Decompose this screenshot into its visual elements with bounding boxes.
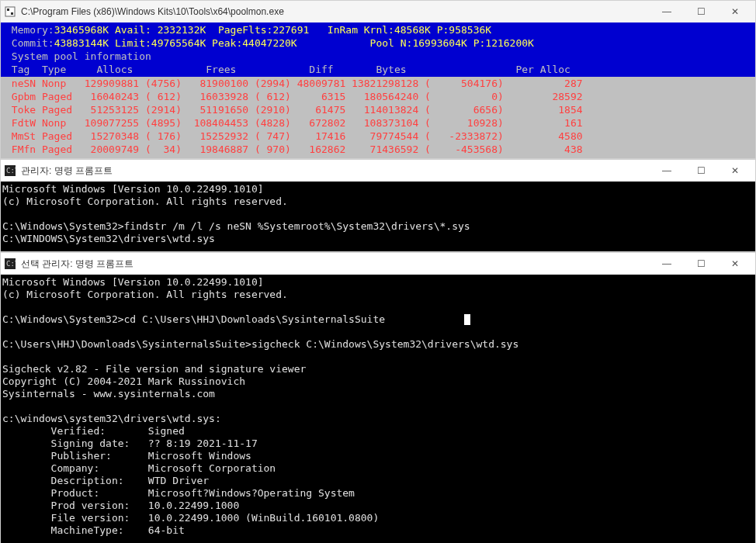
minimize-button[interactable]: — xyxy=(650,160,684,182)
poolmon-row: MmSt Paged 15270348 ( 176) 15252932 ( 74… xyxy=(5,130,751,143)
title-text: C:\Program Files (x86)\Windows Kits\10\T… xyxy=(21,6,650,17)
cmd-line: Company: Microsoft Corporation xyxy=(2,462,276,474)
cmd-line: C:\Windows\System32>cd C:\Users\HHJ\Down… xyxy=(2,313,385,325)
svg-rect-1 xyxy=(7,9,9,11)
svg-text:C:\: C:\ xyxy=(6,260,16,268)
poolmon-row: FMfn Paged 20009749 ( 34) 19846887 ( 970… xyxy=(5,143,751,156)
cmd-line: Sigcheck v2.82 - File version and signat… xyxy=(2,363,306,375)
minimize-button[interactable]: — xyxy=(650,253,684,275)
poolmon-output: Memory:33465968K Avail: 2332132K PageFlt… xyxy=(1,22,755,158)
cmd-window-1: C:\ 관리자: 명령 프롬프트 — ☐ ✕ Microsoft Windows… xyxy=(0,159,756,252)
cmd-line: File version: 10.0.22499.1000 (WinBuild.… xyxy=(2,512,379,524)
svg-rect-2 xyxy=(11,12,13,15)
text-cursor xyxy=(464,314,470,325)
title-text: 관리자: 명령 프롬프트 xyxy=(21,164,650,178)
cmd-output[interactable]: Microsoft Windows [Version 10.0.22499.10… xyxy=(1,275,755,543)
titlebar[interactable]: C:\ 관리자: 명령 프롬프트 — ☐ ✕ xyxy=(1,160,755,182)
cmd-line: Description: WTD Driver xyxy=(2,475,209,486)
titlebar[interactable]: C:\Program Files (x86)\Windows Kits\10\T… xyxy=(1,1,755,22)
cmd-line: c:\windows\system32\drivers\wtd.sys: xyxy=(2,413,221,424)
poolmon-row: neSN Nonp 129909881 (4756) 81900100 (299… xyxy=(5,77,751,90)
cmd-line: Signing date: ?? 8:19 2021-11-17 xyxy=(2,438,258,449)
poolmon-header: Memory:33465968K Avail: 2332132K PageFlt… xyxy=(1,22,755,77)
poolmon-row: FdtW Nonp 109077255 (4895) 108404453 (48… xyxy=(5,116,751,130)
window-controls: — ☐ ✕ xyxy=(650,160,752,182)
cmd-line: Publisher: Microsoft Windows xyxy=(2,450,251,462)
svg-text:C:\: C:\ xyxy=(6,167,16,175)
window-controls: — ☐ ✕ xyxy=(650,253,752,275)
svg-rect-0 xyxy=(5,7,15,16)
cmd-line: Verified: Signed xyxy=(2,425,185,437)
maximize-button[interactable]: ☐ xyxy=(684,1,718,22)
cmd-icon: C:\ xyxy=(4,258,16,270)
app-icon xyxy=(4,5,16,18)
cmd-line: Copyright (C) 2004-2021 Mark Russinovich xyxy=(2,375,245,387)
cmd-window-2: C:\ 선택 관리자: 명령 프롬프트 — ☐ ✕ Microsoft Wind… xyxy=(0,252,756,543)
cmd-line: (c) Microsoft Corporation. All rights re… xyxy=(2,289,288,300)
poolmon-window: C:\Program Files (x86)\Windows Kits\10\T… xyxy=(0,0,756,159)
window-controls: — ☐ ✕ xyxy=(650,1,752,22)
cmd-line: Prod version: 10.0.22499.1000 xyxy=(2,500,239,511)
minimize-button[interactable]: — xyxy=(650,1,684,22)
cmd-line: Product: Microsoft?Windows?Operating Sys… xyxy=(2,487,355,499)
close-button[interactable]: ✕ xyxy=(718,253,752,275)
cmd-output[interactable]: Microsoft Windows [Version 10.0.22499.10… xyxy=(1,182,755,251)
maximize-button[interactable]: ☐ xyxy=(684,253,718,275)
poolmon-row: Toke Paged 51253125 (2914) 51191650 (291… xyxy=(5,103,751,116)
titlebar[interactable]: C:\ 선택 관리자: 명령 프롬프트 — ☐ ✕ xyxy=(1,253,755,275)
poolmon-rows: neSN Nonp 129909881 (4756) 81900100 (299… xyxy=(1,77,755,156)
title-text: 선택 관리자: 명령 프롬프트 xyxy=(21,258,650,271)
close-button[interactable]: ✕ xyxy=(718,160,752,182)
cmd-line: Sysinternals - www.sysinternals.com xyxy=(2,388,215,399)
cmd-line: MachineType: 64-bit xyxy=(2,524,185,536)
close-button[interactable]: ✕ xyxy=(718,1,752,22)
cmd-line: Microsoft Windows [Version 10.0.22499.10… xyxy=(2,276,264,288)
maximize-button[interactable]: ☐ xyxy=(684,160,718,182)
poolmon-row: Gpbm Paged 16040243 ( 612) 16033928 ( 61… xyxy=(5,90,751,103)
cmd-icon: C:\ xyxy=(4,164,16,177)
cmd-line: C:\Users\HHJ\Downloads\SysinternalsSuite… xyxy=(2,338,518,350)
